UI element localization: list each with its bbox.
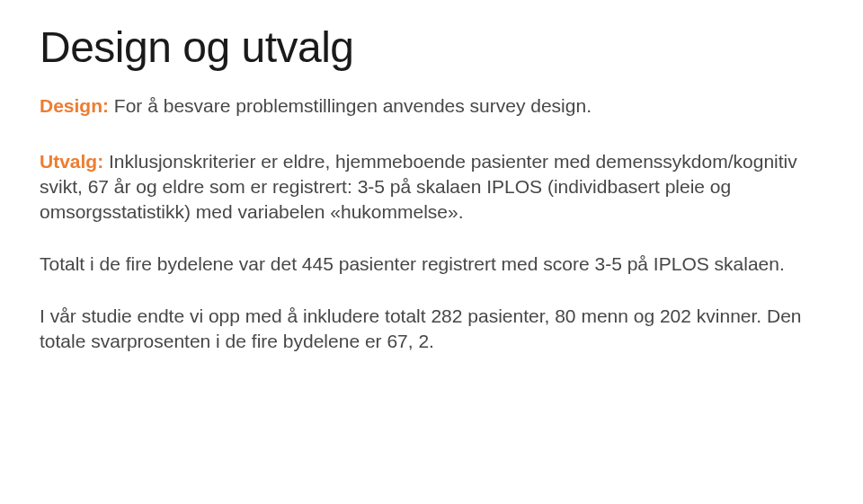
study-paragraph: I vår studie endte vi opp med å inkluder… [40, 304, 822, 354]
design-label: Design: [40, 95, 109, 116]
utvalg-label: Utvalg: [40, 151, 103, 172]
utvalg-paragraph: Utvalg: Inklusjonskriterier er eldre, hj… [40, 149, 822, 225]
page-title: Design og utvalg [40, 25, 823, 70]
utvalg-text: Inklusjonskriterier er eldre, hjemmeboen… [40, 151, 797, 222]
total-paragraph: Totalt i de fire bydelene var det 445 pa… [40, 252, 822, 277]
design-paragraph: Design: For å besvare problemstillingen … [40, 93, 822, 119]
design-text: For å besvare problemstillingen anvendes… [109, 95, 592, 116]
